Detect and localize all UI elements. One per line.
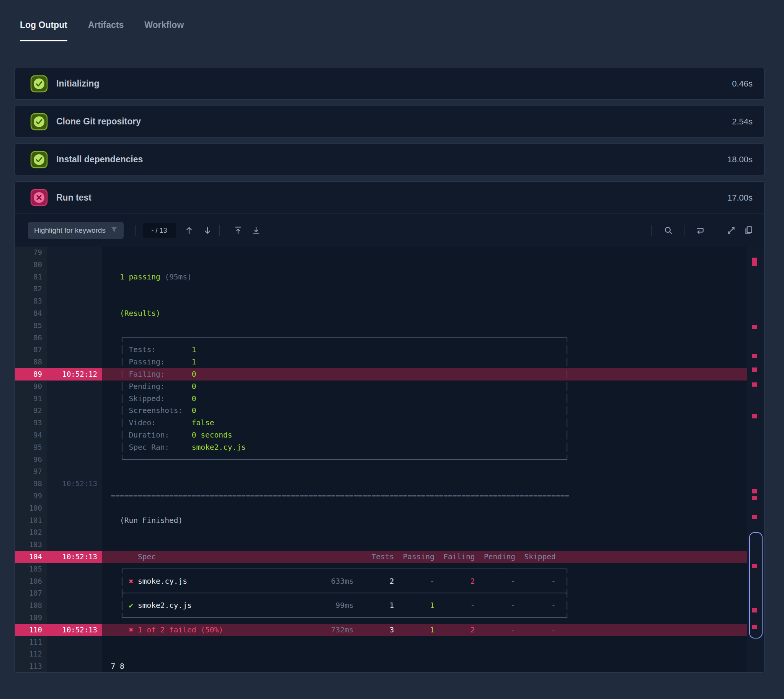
- line-number[interactable]: 108: [15, 600, 47, 612]
- line-timestamp: [47, 538, 102, 551]
- log-line: 88 │ Passing: 1 │: [15, 356, 747, 368]
- scroll-to-bottom-icon[interactable]: [251, 225, 261, 235]
- tab-workflow[interactable]: Workflow: [144, 20, 184, 41]
- line-number[interactable]: 81: [15, 271, 47, 283]
- step-clone-git-repository[interactable]: Clone Git repository2.54s: [15, 106, 764, 137]
- line-number[interactable]: 91: [15, 393, 47, 405]
- log-line: 100: [15, 502, 747, 515]
- tab-artifacts[interactable]: Artifacts: [88, 20, 124, 41]
- line-number[interactable]: 97: [15, 465, 47, 478]
- line-number[interactable]: 103: [15, 538, 47, 551]
- search-icon[interactable]: [663, 225, 673, 235]
- line-number[interactable]: 112: [15, 648, 47, 660]
- line-timestamp: [47, 648, 102, 660]
- line-timestamp: [47, 441, 102, 454]
- scrollbar-thumb[interactable]: [749, 532, 762, 639]
- match-counter[interactable]: - / 13: [143, 223, 176, 238]
- run-test-card: Run test 17.00s Highlight for keywords -…: [15, 181, 764, 672]
- check-icon: [30, 113, 48, 131]
- line-timestamp: [47, 575, 102, 588]
- match-marker: [752, 515, 757, 519]
- line-number[interactable]: 100: [15, 502, 47, 515]
- step-run-test-header[interactable]: Run test 17.00s: [15, 182, 764, 214]
- line-number[interactable]: 99: [15, 490, 47, 502]
- line-number[interactable]: 98: [15, 478, 47, 490]
- match-marker: [752, 383, 757, 387]
- line-timestamp: [47, 381, 102, 393]
- divider: [684, 225, 685, 236]
- line-number[interactable]: 107: [15, 587, 47, 600]
- line-number[interactable]: 80: [15, 259, 47, 271]
- line-timestamp: [47, 295, 102, 307]
- line-content: │ Skipped: 0 │: [102, 393, 747, 405]
- step-install-dependencies[interactable]: Install dependencies18.00s: [15, 144, 764, 175]
- expand-icon[interactable]: [726, 225, 736, 235]
- line-number[interactable]: 102: [15, 526, 47, 538]
- line-number[interactable]: 84: [15, 307, 47, 320]
- line-timestamp: [47, 526, 102, 538]
- line-content: │ Passing: 1 │: [102, 356, 747, 368]
- line-number[interactable]: 85: [15, 320, 47, 332]
- line-content: [102, 247, 747, 259]
- line-number[interactable]: 110: [15, 624, 47, 636]
- line-timestamp: 10:52:13: [47, 624, 102, 636]
- line-number[interactable]: 88: [15, 356, 47, 368]
- line-timestamp: 10:52:13: [47, 551, 102, 563]
- line-number[interactable]: 105: [15, 563, 47, 575]
- line-content: [102, 283, 747, 295]
- line-content: (Run Finished): [102, 515, 747, 527]
- line-number[interactable]: 101: [15, 515, 47, 527]
- line-number[interactable]: 95: [15, 441, 47, 454]
- line-number[interactable]: 82: [15, 283, 47, 295]
- tab-log-output[interactable]: Log Output: [20, 20, 67, 41]
- log-line: 9810:52:13: [15, 478, 747, 490]
- line-content: ┌───────────────────────────────────────…: [102, 563, 747, 575]
- step-initializing[interactable]: Initializing0.46s: [15, 68, 764, 99]
- line-number[interactable]: 92: [15, 405, 47, 417]
- line-content: 7 8: [102, 660, 747, 672]
- divider: [651, 225, 651, 236]
- match-marker: [752, 354, 757, 358]
- keyword-filter-input[interactable]: Highlight for keywords: [28, 222, 124, 239]
- line-number[interactable]: 104: [15, 551, 47, 563]
- line-number[interactable]: 83: [15, 295, 47, 307]
- line-number[interactable]: 113: [15, 660, 47, 672]
- line-content: │ Tests: 1 │: [102, 344, 747, 356]
- steps-list: Initializing0.46sClone Git repository2.5…: [15, 68, 764, 181]
- line-number[interactable]: 94: [15, 429, 47, 441]
- line-number[interactable]: 93: [15, 417, 47, 429]
- step-duration: 0.46s: [732, 79, 753, 89]
- line-number[interactable]: 111: [15, 636, 47, 648]
- line-content: │ Spec Ran: smoke2.cy.js │: [102, 441, 747, 454]
- line-number[interactable]: 79: [15, 247, 47, 259]
- line-number[interactable]: 87: [15, 344, 47, 356]
- line-number[interactable]: 109: [15, 612, 47, 624]
- log-line: 103: [15, 538, 747, 551]
- step-duration: 18.00s: [728, 155, 753, 165]
- log-line: 82: [15, 283, 747, 295]
- line-content: [102, 502, 747, 515]
- log-line: 112: [15, 648, 747, 660]
- arrow-up-icon[interactable]: [184, 225, 194, 235]
- log-line: 99 =====================================…: [15, 490, 747, 502]
- log-line: 10410:52:13 Spec Tests Passing Failing P…: [15, 551, 747, 563]
- log-line: 80: [15, 259, 747, 271]
- copy-icon[interactable]: [744, 225, 754, 235]
- line-number[interactable]: 96: [15, 454, 47, 466]
- arrow-down-icon[interactable]: [202, 225, 212, 235]
- line-number[interactable]: 106: [15, 575, 47, 588]
- step-label: Install dependencies: [56, 154, 143, 165]
- log-line: 96 └────────────────────────────────────…: [15, 454, 747, 466]
- log-line: 11010:52:13 ✖ 1 of 2 failed (50%) 732ms …: [15, 624, 747, 636]
- line-number[interactable]: 90: [15, 381, 47, 393]
- line-number[interactable]: 89: [15, 368, 47, 381]
- match-marker: [752, 258, 757, 262]
- line-content: [102, 526, 747, 538]
- log-line: 101 (Run Finished): [15, 515, 747, 527]
- scroll-to-top-icon[interactable]: [233, 225, 243, 235]
- log-line: 83: [15, 295, 747, 307]
- line-timestamp: [47, 332, 102, 344]
- log-line: 108 │ ✔ smoke2.cy.js 99ms 1 1 - - - │: [15, 600, 747, 612]
- line-number[interactable]: 86: [15, 332, 47, 344]
- wrap-text-icon[interactable]: [695, 225, 705, 235]
